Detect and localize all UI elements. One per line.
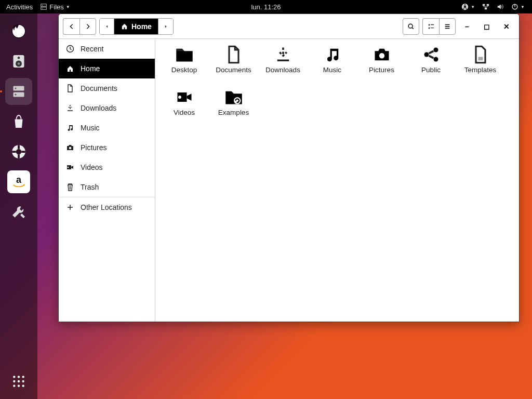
view-grid-button[interactable] <box>422 18 439 35</box>
view-menu-button[interactable] <box>439 18 456 35</box>
gnome-topbar: Activities Files ▼ lun. 11:26 ▼ ▼ <box>0 0 532 14</box>
window-close-button[interactable]: ✕ <box>498 18 515 35</box>
svg-rect-45 <box>428 27 430 29</box>
path-next-button[interactable] <box>158 19 173 34</box>
svg-point-42 <box>18 385 20 387</box>
clock[interactable]: lun. 11:26 <box>251 3 281 11</box>
music-icon <box>323 45 342 64</box>
svg-rect-14 <box>41 7 47 9</box>
folder-music[interactable]: Music <box>308 45 357 85</box>
dock-show-apps[interactable] <box>5 368 32 395</box>
folder-public[interactable]: Public <box>406 45 456 85</box>
template-icon <box>471 45 490 64</box>
sidebar-item-label: Documents <box>81 84 117 92</box>
shopping-bag-icon <box>9 112 28 131</box>
svg-point-37 <box>22 376 24 378</box>
file-label: Examples <box>218 109 249 116</box>
sidebar-item-pictures[interactable]: Pictures <box>59 138 155 157</box>
path-segment-home[interactable]: Home <box>114 19 158 34</box>
video-icon <box>175 88 194 107</box>
sidebar-item-label: Downloads <box>81 104 116 112</box>
file-label: Videos <box>174 109 195 116</box>
file-label: Music <box>323 66 341 74</box>
folder-icon <box>175 45 194 64</box>
window-maximize-button[interactable]: ◻ <box>478 18 495 35</box>
power-icon <box>511 3 518 10</box>
folder-link-icon <box>224 88 243 107</box>
video-icon <box>66 163 74 171</box>
chevron-down-icon: ▼ <box>66 5 70 9</box>
network-indicator[interactable] <box>482 3 489 10</box>
sidebar-item-recent[interactable]: Recent <box>59 39 155 59</box>
folder-templates[interactable]: Templates <box>456 45 505 85</box>
folder-downloads[interactable]: Downloads <box>258 45 308 85</box>
search-button[interactable] <box>403 18 419 35</box>
window-minimize-button[interactable]: – <box>459 18 475 35</box>
music-icon <box>66 124 74 132</box>
dock: a <box>0 14 37 399</box>
dock-settings[interactable] <box>5 198 32 225</box>
folder-documents[interactable]: Documents <box>209 45 258 85</box>
sidebar-item-videos[interactable]: Videos <box>59 157 155 177</box>
dock-firefox[interactable] <box>5 18 32 45</box>
svg-point-39 <box>18 380 20 382</box>
app-menu[interactable]: Files ▼ <box>40 3 70 11</box>
download-icon <box>66 104 74 112</box>
folder-pictures[interactable]: Pictures <box>357 45 406 85</box>
activities-button[interactable]: Activities <box>6 3 33 11</box>
file-grid: Desktop Documents Downloads Music Pictur… <box>155 39 519 322</box>
svg-rect-19 <box>483 4 485 6</box>
places-sidebar: Recent Home Documents Downloads Music Pi… <box>59 39 155 322</box>
file-label: Downloads <box>265 66 300 74</box>
dock-rhythmbox[interactable] <box>5 48 32 75</box>
document-icon <box>224 45 243 64</box>
sidebar-item-other-locations[interactable]: Other Locations <box>59 197 155 217</box>
svg-point-35 <box>13 376 15 378</box>
svg-rect-13 <box>41 4 47 6</box>
apps-grid-icon <box>12 375 25 388</box>
dock-software[interactable] <box>5 108 32 135</box>
svg-point-27 <box>18 57 20 59</box>
grid-icon <box>428 23 435 30</box>
clock-icon <box>66 45 74 53</box>
sidebar-item-music[interactable]: Music <box>59 118 155 138</box>
svg-rect-44 <box>428 24 430 25</box>
file-label: Pictures <box>369 66 394 74</box>
sidebar-item-home[interactable]: Home <box>59 59 155 78</box>
folder-videos[interactable]: Videos <box>159 88 209 127</box>
folder-desktop[interactable]: Desktop <box>159 45 209 85</box>
folder-examples[interactable]: Examples <box>209 88 258 127</box>
svg-point-31 <box>15 94 17 96</box>
sidebar-item-downloads[interactable]: Downloads <box>59 98 155 118</box>
dock-amazon[interactable]: a <box>5 168 32 195</box>
file-label: Documents <box>216 66 251 74</box>
sidebar-item-label: Recent <box>81 45 103 53</box>
dock-files[interactable] <box>5 78 32 105</box>
file-label: Templates <box>464 66 497 74</box>
wrench-icon <box>9 203 28 221</box>
svg-rect-20 <box>487 4 489 6</box>
nav-forward-button[interactable] <box>79 18 96 35</box>
svg-point-15 <box>42 5 43 5</box>
svg-point-41 <box>13 385 15 387</box>
svg-rect-21 <box>485 8 487 10</box>
search-icon <box>407 23 415 30</box>
sidebar-item-documents[interactable]: Documents <box>59 78 155 98</box>
chevron-down-icon: ▼ <box>521 5 525 9</box>
amazon-icon: a <box>9 172 28 191</box>
power-menu[interactable]: ▼ <box>511 3 525 10</box>
sidebar-item-label: Pictures <box>81 143 107 152</box>
sidebar-item-label: Other Locations <box>81 203 132 211</box>
nav-back-button[interactable] <box>63 18 79 35</box>
sidebar-item-trash[interactable]: Trash <box>59 177 155 197</box>
files-icon <box>40 3 47 10</box>
headerbar: Home – ◻ ✕ <box>59 14 519 39</box>
dock-help[interactable] <box>5 138 32 165</box>
svg-text:a: a <box>16 175 22 185</box>
path-prev-button[interactable] <box>100 19 114 34</box>
volume-indicator[interactable] <box>497 3 504 10</box>
svg-point-40 <box>22 380 24 382</box>
plus-icon <box>66 203 74 211</box>
camera-icon <box>373 45 391 64</box>
accessibility-menu[interactable]: ▼ <box>461 3 475 10</box>
